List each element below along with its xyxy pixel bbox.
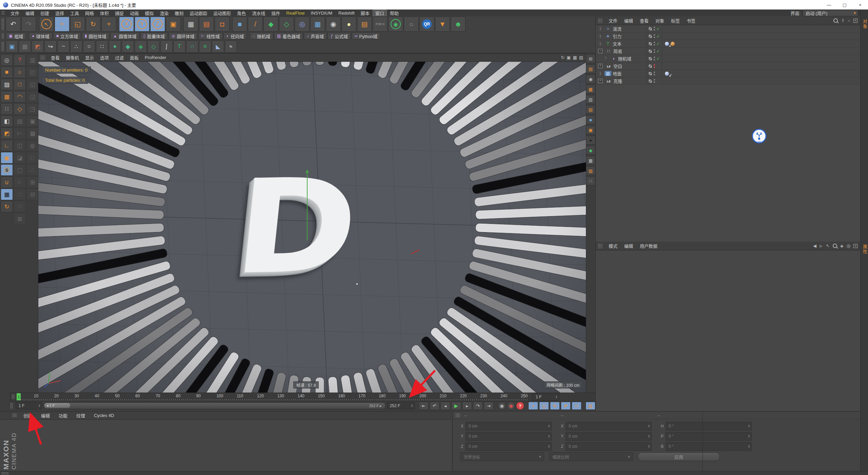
- material-tab-1[interactable]: 编辑: [38, 412, 53, 419]
- pick-icon[interactable]: ↖: [826, 243, 830, 248]
- menu-item-8[interactable]: 动画: [127, 10, 142, 16]
- mospline-button[interactable]: ~: [57, 40, 70, 53]
- object-row-地面[interactable]: ├▦地面: [596, 70, 860, 77]
- move-tool[interactable]: +: [55, 17, 70, 32]
- timeline-range-slider[interactable]: ◂ 1 F 252 F ▸: [43, 402, 385, 409]
- lock-z-axis[interactable]: Z: [150, 17, 165, 32]
- timeline-window-button[interactable]: ▤: [586, 402, 595, 410]
- menu-item-1[interactable]: 编辑: [621, 17, 636, 24]
- attribute-manager-grip[interactable]: [598, 244, 603, 248]
- object-row-引力[interactable]: ├∗引力✓: [596, 33, 860, 40]
- spinner-arrows-icon[interactable]: ▲▼: [38, 404, 40, 407]
- primitive-cube-menu[interactable]: ■: [232, 17, 247, 32]
- coordinates-grip[interactable]: [455, 413, 460, 418]
- tab-objects[interactable]: 对象: [862, 19, 868, 29]
- menu-item-3[interactable]: 选择: [52, 10, 67, 16]
- tag-list[interactable]: [662, 42, 860, 46]
- redo-button[interactable]: ↷: [21, 17, 36, 32]
- coordinate-field[interactable]: 0 cm▲▼: [566, 432, 652, 441]
- undo-button[interactable]: ↶: [6, 17, 21, 32]
- right-strip-icon-2[interactable]: ◉: [586, 75, 595, 83]
- wire-sphere-button[interactable]: ○: [404, 17, 419, 32]
- ornament-button[interactable]: ¤: [199, 40, 211, 53]
- rectangle-select-icon[interactable]: □: [14, 79, 26, 90]
- object-name[interactable]: 克隆: [612, 78, 622, 84]
- palette-icon[interactable]: ◲: [26, 91, 39, 102]
- apply-button[interactable]: 应用: [638, 452, 720, 461]
- edges-mode-button[interactable]: ◧: [1, 115, 13, 127]
- close-button[interactable]: ×: [852, 0, 868, 10]
- scale-tool[interactable]: ◱: [70, 17, 85, 32]
- radial-array-button[interactable]: ○: [83, 40, 95, 53]
- right-strip-icon-11[interactable]: ▨: [586, 166, 595, 175]
- spinner-arrows-icon[interactable]: ▲▼: [548, 424, 550, 428]
- rotate-tool[interactable]: ↻: [86, 17, 101, 32]
- search-icon[interactable]: [833, 18, 838, 23]
- palette-icon[interactable]: ∴: [26, 164, 39, 176]
- palette-icon[interactable]: ◪: [14, 152, 26, 164]
- generators-menu[interactable]: ◇: [279, 17, 294, 32]
- menu-item-1[interactable]: 编辑: [22, 10, 37, 16]
- snap-button[interactable]: S: [1, 164, 13, 176]
- coordinate-field[interactable]: 0 cm▲▼: [566, 442, 652, 451]
- model-mode-button[interactable]: ■: [1, 66, 13, 78]
- visibility-controls[interactable]: [647, 62, 662, 70]
- render-settings-button[interactable]: ◘: [215, 17, 230, 32]
- live-selection-tool[interactable]: ↖: [39, 17, 54, 32]
- lock-y-axis[interactable]: Y: [135, 17, 150, 32]
- visibility-controls[interactable]: [647, 70, 662, 77]
- render-view-button[interactable]: ▦: [183, 17, 198, 32]
- end-frame-field[interactable]: 252 F ▲▼: [387, 402, 415, 410]
- goto-end-button[interactable]: ⇥: [484, 402, 494, 410]
- history-forward-icon[interactable]: ▶: [820, 243, 823, 248]
- right-strip-icon-4[interactable]: ▥: [586, 95, 595, 104]
- spinner-arrows-icon[interactable]: ▲▼: [648, 424, 650, 428]
- lock-icon[interactable]: ◈: [840, 243, 844, 248]
- record-active-objects-button[interactable]: ◉: [498, 402, 506, 410]
- object-manager-grip[interactable]: [598, 18, 603, 23]
- search-icon[interactable]: [833, 244, 837, 248]
- object-name[interactable]: 引力: [611, 33, 622, 39]
- palette-icon[interactable]: ⊟: [26, 189, 39, 200]
- y-axis-handle[interactable]: [307, 171, 308, 241]
- make-editable-button[interactable]: ◎: [1, 54, 13, 66]
- toolbar-grip[interactable]: [1, 33, 4, 39]
- menu-item-0[interactable]: 文件: [605, 17, 621, 24]
- autokeying-button[interactable]: ◉: [507, 402, 515, 410]
- add-panel-icon[interactable]: +: [853, 244, 857, 248]
- right-strip-icon-5[interactable]: ▤: [586, 105, 595, 114]
- sound-field-button[interactable]: ♪声音域: [304, 32, 327, 40]
- object-name[interactable]: 地面: [611, 70, 622, 77]
- cylinder-field-button[interactable]: ▮圆柱体域: [82, 32, 110, 40]
- menu-item-4[interactable]: 过滤: [112, 54, 127, 61]
- python-field-button[interactable]: ∞Python域: [352, 32, 380, 40]
- palette-icon[interactable]: ▢: [14, 164, 26, 176]
- psr-lock-button[interactable]: PSR 0: [373, 17, 388, 32]
- coordinate-field[interactable]: 0 cm▲▼: [466, 432, 552, 441]
- polygon-select-icon[interactable]: ◇: [14, 103, 26, 115]
- menu-item-17[interactable]: RealFlow: [283, 11, 308, 16]
- visibility-controls[interactable]: ✓: [647, 55, 662, 62]
- menu-item-4[interactable]: 工具: [67, 10, 82, 16]
- texture-mode-button[interactable]: ▨: [1, 79, 13, 90]
- timeline-grip[interactable]: [12, 394, 15, 399]
- sphere-field-button[interactable]: ●球体域: [29, 32, 52, 40]
- keyframe-rotation-toggle[interactable]: ↻: [550, 402, 560, 410]
- extruded-letter-d[interactable]: D: [228, 154, 399, 307]
- spinner-arrows-icon[interactable]: ▲▼: [411, 404, 413, 407]
- palette-icon[interactable]: ▥: [26, 54, 39, 66]
- subdivision-surface-menu[interactable]: ◆: [263, 17, 278, 32]
- object-name[interactable]: 简易: [612, 48, 622, 54]
- voronoi-fracture-button[interactable]: ◈: [135, 40, 147, 53]
- menu-item-9[interactable]: 模拟: [142, 10, 157, 16]
- target-icon[interactable]: ◎: [847, 243, 850, 248]
- visibility-controls[interactable]: ✓: [647, 40, 662, 47]
- points-mode-button[interactable]: ∷: [1, 103, 13, 115]
- menu-item-12[interactable]: 运动跟踪: [186, 10, 210, 16]
- right-strip-icon-9[interactable]: ◆: [586, 146, 595, 155]
- goto-prev-key-button[interactable]: ↶: [430, 402, 439, 410]
- lasso-select-icon[interactable]: ◠: [14, 91, 26, 102]
- character-plugin-button[interactable]: ☻: [451, 17, 466, 32]
- keyframe-position-toggle[interactable]: +: [528, 402, 538, 410]
- expand-toggle-icon[interactable]: −: [598, 49, 603, 53]
